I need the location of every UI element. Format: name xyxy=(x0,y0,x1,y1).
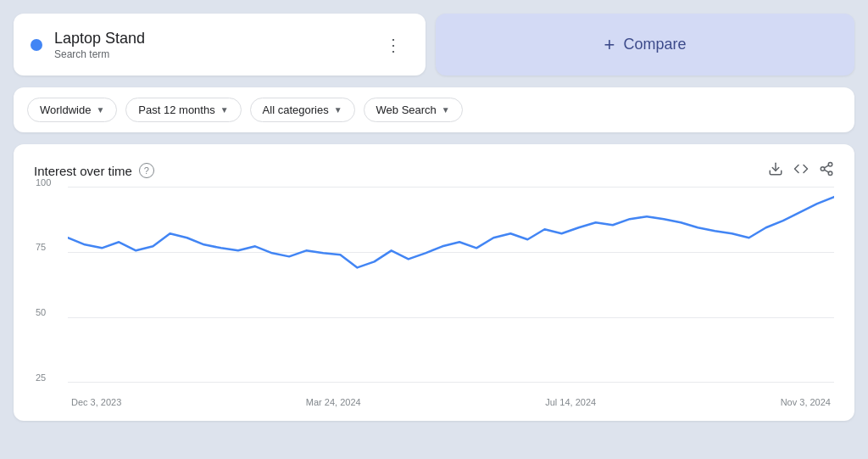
help-icon[interactable]: ? xyxy=(139,163,154,178)
chart-area: 100 75 50 25 Dec 3, 2023 Mar 24, 2024 Ju… xyxy=(34,187,834,407)
more-options-icon[interactable]: ⋮ xyxy=(378,31,409,59)
search-term-title: Laptop Stand xyxy=(54,29,145,48)
download-icon[interactable] xyxy=(768,161,783,180)
filter-category-label: All categories xyxy=(263,104,329,116)
code-icon[interactable] xyxy=(793,161,809,180)
help-icon-label: ? xyxy=(144,165,149,176)
filters-row: Worldwide ▼ Past 12 months ▼ All categor… xyxy=(14,87,854,132)
x-axis-labels: Dec 3, 2023 Mar 24, 2024 Jul 14, 2024 No… xyxy=(68,397,834,407)
x-label-nov: Nov 3, 2024 xyxy=(781,397,831,407)
chevron-down-icon: ▼ xyxy=(334,105,342,115)
svg-line-4 xyxy=(824,171,828,173)
filter-category[interactable]: All categories ▼ xyxy=(250,98,355,122)
chevron-down-icon: ▼ xyxy=(442,105,450,115)
filter-location[interactable]: Worldwide ▼ xyxy=(27,98,117,122)
blue-dot-icon xyxy=(31,39,42,51)
filter-time-label: Past 12 months xyxy=(138,104,214,116)
filter-location-label: Worldwide xyxy=(40,104,91,116)
compare-label: Compare xyxy=(623,36,686,53)
chevron-down-icon: ▼ xyxy=(220,105,229,115)
x-label-mar: Mar 24, 2024 xyxy=(306,397,361,407)
y-label-75: 75 xyxy=(36,242,46,252)
plus-icon: + xyxy=(604,34,615,56)
y-label-25: 25 xyxy=(36,372,46,383)
x-label-jul: Jul 14, 2024 xyxy=(545,397,596,407)
svg-line-5 xyxy=(824,165,828,168)
search-term-subtitle: Search term xyxy=(54,48,145,60)
x-label-dec: Dec 3, 2023 xyxy=(71,397,121,407)
chart-card: Interest over time ? xyxy=(14,144,854,421)
share-icon[interactable] xyxy=(819,161,834,180)
chart-title: Interest over time xyxy=(34,164,132,178)
filter-time[interactable]: Past 12 months ▼ xyxy=(125,98,241,122)
y-label-100: 100 xyxy=(36,177,51,188)
trend-line-chart xyxy=(68,187,834,383)
compare-card[interactable]: + Compare xyxy=(436,14,854,76)
y-label-50: 50 xyxy=(36,307,46,317)
chevron-down-icon: ▼ xyxy=(96,105,104,115)
filter-search-type-label: Web Search xyxy=(376,104,437,116)
filter-search-type[interactable]: Web Search ▼ xyxy=(364,98,463,122)
search-term-card: Laptop Stand Search term ⋮ xyxy=(14,14,426,76)
